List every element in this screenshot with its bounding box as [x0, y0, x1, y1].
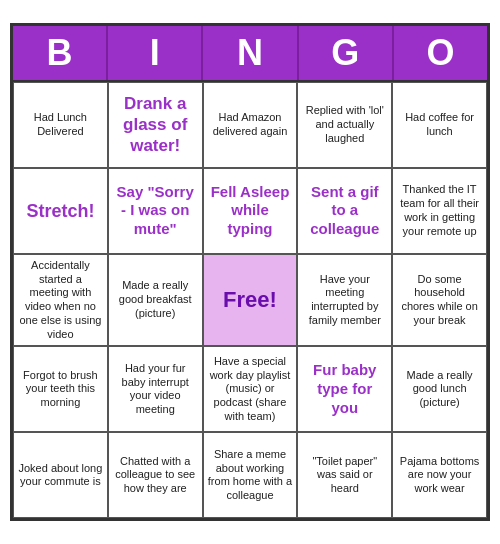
bingo-cell-22[interactable]: Share a meme about working from home wit… [203, 432, 298, 518]
bingo-cell-3[interactable]: Replied with 'lol' and actually laughed [297, 82, 392, 168]
bingo-card: BINGO Had Lunch DeliveredDrank a glass o… [10, 23, 490, 522]
bingo-cell-1[interactable]: Drank a glass of water! [108, 82, 203, 168]
bingo-cell-10[interactable]: Accidentally started a meeting with vide… [13, 254, 108, 347]
bingo-cell-4[interactable]: Had coffee for lunch [392, 82, 487, 168]
bingo-cell-12[interactable]: Free! [203, 254, 298, 347]
bingo-cell-19[interactable]: Made a really good lunch (picture) [392, 346, 487, 432]
bingo-cell-13[interactable]: Have your meeting interrupted by family … [297, 254, 392, 347]
bingo-header: BINGO [13, 26, 487, 80]
bingo-cell-8[interactable]: Sent a gif to a colleague [297, 168, 392, 254]
bingo-cell-21[interactable]: Chatted with a colleague to see how they… [108, 432, 203, 518]
bingo-cell-11[interactable]: Made a really good breakfast (picture) [108, 254, 203, 347]
bingo-cell-9[interactable]: Thanked the IT team for all their work i… [392, 168, 487, 254]
bingo-grid: Had Lunch DeliveredDrank a glass of wate… [13, 80, 487, 519]
bingo-cell-0[interactable]: Had Lunch Delivered [13, 82, 108, 168]
bingo-cell-14[interactable]: Do some household chores while on your b… [392, 254, 487, 347]
bingo-cell-16[interactable]: Had your fur baby interrupt your video m… [108, 346, 203, 432]
bingo-cell-20[interactable]: Joked about long your commute is [13, 432, 108, 518]
bingo-cell-17[interactable]: Have a special work day playlist (music)… [203, 346, 298, 432]
header-letter-o: O [394, 26, 487, 80]
bingo-cell-6[interactable]: Say "Sorry - I was on mute" [108, 168, 203, 254]
header-letter-b: B [13, 26, 108, 80]
header-letter-i: I [108, 26, 203, 80]
bingo-cell-15[interactable]: Forgot to brush your teeth this morning [13, 346, 108, 432]
bingo-cell-18[interactable]: Fur baby type for you [297, 346, 392, 432]
bingo-cell-2[interactable]: Had Amazon delivered again [203, 82, 298, 168]
header-letter-g: G [299, 26, 394, 80]
bingo-cell-24[interactable]: Pajama bottoms are now your work wear [392, 432, 487, 518]
bingo-cell-5[interactable]: Stretch! [13, 168, 108, 254]
bingo-cell-7[interactable]: Fell Asleep while typing [203, 168, 298, 254]
bingo-cell-23[interactable]: "Toilet paper" was said or heard [297, 432, 392, 518]
header-letter-n: N [203, 26, 298, 80]
